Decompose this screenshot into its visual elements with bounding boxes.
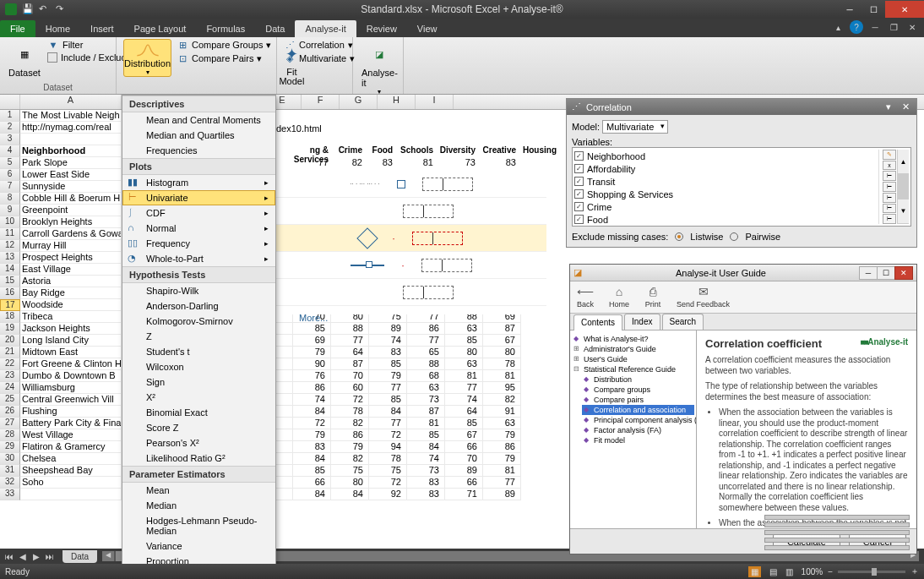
- tree-node[interactable]: Compare groups: [582, 385, 694, 395]
- row-header[interactable]: 7: [0, 181, 20, 193]
- cell[interactable]: 89: [369, 323, 407, 335]
- menu-est-variance[interactable]: Variance: [122, 538, 275, 554]
- tab-insert[interactable]: Insert: [80, 20, 124, 37]
- cell[interactable]: 85: [445, 335, 483, 347]
- cell[interactable]: 84: [293, 489, 331, 500]
- cell[interactable]: 64: [445, 406, 483, 418]
- cell[interactable]: 68: [407, 370, 445, 382]
- zoom-in-button[interactable]: ＋: [910, 565, 919, 577]
- tree-node[interactable]: User's Guide: [572, 354, 694, 364]
- multivariate-button[interactable]: ◈Multivariate ▾: [284, 52, 355, 64]
- tab-analyse-it[interactable]: Analyse-it: [295, 20, 356, 37]
- tree-node[interactable]: Statistical Reference Guide: [572, 364, 694, 374]
- cell[interactable]: 94: [369, 441, 407, 453]
- cell[interactable]: 73: [407, 465, 445, 477]
- role-icon[interactable]: ⊢: [883, 204, 896, 214]
- cell[interactable]: 78: [369, 453, 407, 465]
- help-close-button[interactable]: ✕: [894, 266, 913, 280]
- save-icon[interactable]: 💾: [22, 3, 34, 15]
- row-header[interactable]: 14: [0, 264, 20, 276]
- menu-students-t[interactable]: Student's t: [122, 344, 275, 359]
- cell[interactable]: East Village: [20, 264, 122, 276]
- cell[interactable]: Woodside: [20, 299, 122, 311]
- checkbox-icon[interactable]: ✓: [574, 215, 584, 224]
- cell[interactable]: 86: [407, 323, 445, 335]
- more-link[interactable]: More...: [299, 313, 328, 323]
- model-select[interactable]: Multivariate: [602, 120, 668, 134]
- menu-est-median[interactable]: Median: [122, 498, 275, 513]
- compare-groups-button[interactable]: ⊞Compare Groups ▾: [177, 39, 271, 51]
- cell[interactable]: 67: [445, 429, 483, 441]
- cell[interactable]: Long Island City: [20, 335, 122, 347]
- help-maximize-button[interactable]: ☐: [877, 266, 895, 280]
- row-header[interactable]: 10: [0, 216, 20, 228]
- tree-node[interactable]: Distribution: [582, 374, 694, 385]
- cell[interactable]: 64: [331, 347, 369, 358]
- role-icon[interactable]: x: [883, 161, 896, 171]
- cell[interactable]: 74: [293, 394, 331, 406]
- cell[interactable]: 79: [483, 429, 521, 441]
- menu-median-quartiles[interactable]: Median and Quartiles: [122, 128, 275, 143]
- variable-row[interactable]: ✓Shopping & Services: [574, 188, 878, 200]
- cell[interactable]: 77: [369, 382, 407, 394]
- menu-univariate[interactable]: ⊢Univariate▸: [122, 190, 275, 205]
- cell[interactable]: 80: [445, 347, 483, 358]
- sheet-nav-next[interactable]: ▶: [30, 552, 42, 561]
- menu-mean-moments[interactable]: Mean and Central Moments: [122, 112, 275, 128]
- help-minimize-button[interactable]: ─: [859, 266, 878, 280]
- help-titlebar[interactable]: ◪ Analyse-it User Guide ─ ☐ ✕: [570, 265, 916, 281]
- help-feedback-button[interactable]: ✉Send Feedback: [677, 283, 730, 311]
- row-header[interactable]: 17: [0, 299, 20, 311]
- cell[interactable]: 74: [407, 453, 445, 465]
- row-header[interactable]: 27: [0, 418, 20, 429]
- cell[interactable]: 84: [293, 406, 331, 418]
- variable-row[interactable]: ✓Crime: [574, 200, 878, 213]
- cell[interactable]: 87: [483, 323, 521, 335]
- cell[interactable]: Dumbo & Downtown B: [20, 370, 122, 382]
- role-icon[interactable]: ⊢: [883, 214, 896, 224]
- cell[interactable]: Neighborhood: [20, 145, 122, 157]
- cell[interactable]: 83: [369, 347, 407, 358]
- menu-score-z[interactable]: Score Z: [122, 420, 275, 435]
- undo-icon[interactable]: ↶: [39, 3, 51, 15]
- cell[interactable]: Flatiron & Gramercy: [20, 441, 122, 453]
- cell[interactable]: 79: [293, 347, 331, 358]
- cell[interactable]: 74: [445, 394, 483, 406]
- row-header[interactable]: 16: [0, 287, 20, 299]
- redo-icon[interactable]: ↷: [56, 3, 68, 15]
- cell[interactable]: Bay Ridge: [20, 287, 122, 299]
- cell[interactable]: Chelsea: [20, 453, 122, 465]
- row-header[interactable]: 23: [0, 370, 20, 382]
- cell[interactable]: 88: [407, 358, 445, 370]
- checkbox-icon[interactable]: ✓: [574, 177, 584, 186]
- menu-histogram[interactable]: ▮▮Histogram▸: [122, 175, 275, 190]
- cell[interactable]: 86: [293, 382, 331, 394]
- row-header[interactable]: 13: [0, 252, 20, 264]
- cell[interactable]: 60: [331, 382, 369, 394]
- tab-formulas[interactable]: Formulas: [196, 20, 255, 37]
- sheet-tab-data[interactable]: Data: [63, 550, 97, 563]
- cell[interactable]: 79: [293, 429, 331, 441]
- cell[interactable]: Murray Hill: [20, 240, 122, 252]
- tree-node[interactable]: What is Analyse-it?: [572, 334, 694, 344]
- cell[interactable]: 82: [331, 453, 369, 465]
- cell[interactable]: 73: [407, 394, 445, 406]
- cell[interactable]: 85: [445, 418, 483, 429]
- tree-node[interactable]: Factor analysis (FA): [582, 425, 694, 435]
- zoom-out-button[interactable]: −: [828, 567, 833, 576]
- view-normal-icon[interactable]: ▦: [748, 566, 761, 577]
- cell[interactable]: 84: [407, 441, 445, 453]
- zoom-slider[interactable]: [838, 571, 905, 573]
- cell[interactable]: 85: [293, 465, 331, 477]
- cell[interactable]: 84: [331, 489, 369, 500]
- cell[interactable]: 91: [483, 406, 521, 418]
- dropdown-icon[interactable]: ▾: [883, 101, 894, 112]
- cell[interactable]: Prospect Heights: [20, 252, 122, 264]
- radio-pairwise[interactable]: [730, 232, 738, 241]
- menu-est-proportion[interactable]: Proportion: [122, 554, 275, 564]
- cell[interactable]: 82: [331, 418, 369, 429]
- sheet-nav-first[interactable]: ⏮: [3, 552, 15, 561]
- cell[interactable]: Tribeca: [20, 311, 122, 323]
- cell[interactable]: Cobble Hill & Boerum H: [20, 193, 122, 205]
- cell[interactable]: The Most Livable Neigh: [20, 110, 122, 122]
